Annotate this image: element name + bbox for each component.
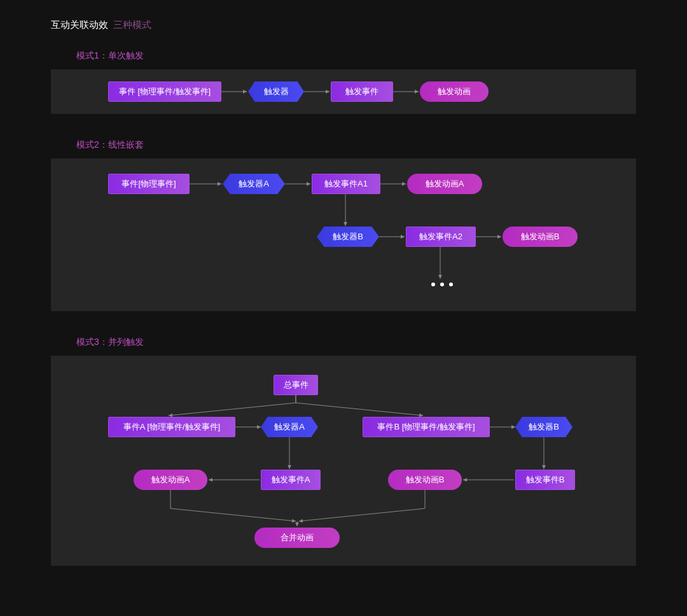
mode1-panel: 事件 [物理事件/触发事件] 触发器 触发事件 触发动画 <box>51 69 636 114</box>
mode2-animA: 触发动画A <box>407 174 482 194</box>
mode2-animB: 触发动画B <box>503 227 578 247</box>
mode3-triggerB: 触发器B <box>515 417 572 437</box>
mode1-anim: 触发动画 <box>420 81 489 102</box>
mode2-title: 模式2：线性嵌套 <box>76 139 636 151</box>
title-main: 互动关联动效 <box>51 19 108 30</box>
section-mode2: 模式2：线性嵌套 事件[物理事件] 触发器A 触发事件A1 触发动画A 触发器B… <box>51 139 636 311</box>
mode3-animA: 触发动画A <box>134 470 207 490</box>
mode2-event: 事件[物理事件] <box>108 174 190 194</box>
mode1-trig-event: 触发事件 <box>331 81 393 102</box>
mode3-eventA: 事件A [物理事件/触发事件] <box>108 417 235 437</box>
mode3-root: 总事件 <box>274 375 318 395</box>
mode1-title: 模式1：单次触发 <box>76 50 636 62</box>
mode1-event: 事件 [物理事件/触发事件] <box>108 81 221 102</box>
title-sub: 三种模式 <box>113 19 151 30</box>
mode3-triggerA: 触发器A <box>261 417 318 437</box>
mode1-trigger: 触发器 <box>248 81 304 102</box>
mode3-title: 模式3：并列触发 <box>76 337 636 348</box>
mode3-trig-eventA: 触发事件A <box>261 470 321 490</box>
section-mode1: 模式1：单次触发 事件 [物理事件/触发事件] 触发器 触发事件 触发动画 <box>51 50 636 114</box>
mode2-triggerA: 触发器A <box>223 174 285 194</box>
mode3-panel: 总事件 事件A [物理事件/触发事件] 触发器A 事件B [物理事件/触发事件]… <box>51 356 636 566</box>
section-mode3: 模式3：并列触发 总事件 事件A [物理事件/触发事件] 触发器A 事件B [物… <box>51 337 636 566</box>
mode2-triggerB: 触发器B <box>317 227 379 247</box>
mode3-trig-eventB: 触发事件B <box>515 470 575 490</box>
mode2-trig-eventA2: 触发事件A2 <box>406 227 476 247</box>
mode3-animB: 触发动画B <box>388 470 462 490</box>
mode3-eventB: 事件B [物理事件/触发事件] <box>363 417 490 437</box>
mode2-panel: 事件[物理事件] 触发器A 触发事件A1 触发动画A 触发器B 触发事件A2 触… <box>51 158 636 311</box>
mode3-merge: 合并动画 <box>254 528 340 548</box>
mode2-ellipsis-icon <box>431 283 453 286</box>
mode2-trig-eventA1: 触发事件A1 <box>312 174 380 194</box>
page-title: 互动关联动效 三种模式 <box>51 19 636 31</box>
